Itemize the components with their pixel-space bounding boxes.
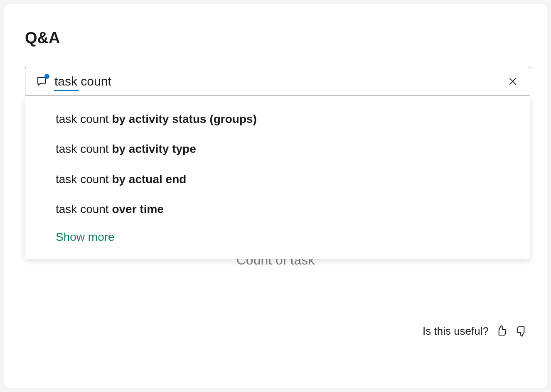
suggestion-prefix: task count — [56, 173, 112, 186]
suggestion-item[interactable]: task count by activity status (groups) — [25, 104, 530, 134]
notification-dot-icon — [44, 74, 49, 79]
show-more-link[interactable]: Show more — [25, 225, 530, 247]
suggestion-bold: by activity status (groups) — [112, 113, 257, 125]
thumbs-up-icon — [495, 325, 508, 337]
suggestion-prefix: task count — [56, 113, 112, 125]
suggestion-item[interactable]: task count over time — [25, 194, 530, 224]
thumbs-down-button[interactable] — [514, 324, 529, 338]
qna-input[interactable] — [54, 74, 506, 88]
qna-card: Q&A task count by activity status (group… — [4, 4, 547, 388]
feedback-prompt: Is this useful? — [423, 325, 489, 338]
suggestion-bold: over time — [112, 203, 164, 216]
search-box[interactable] — [25, 67, 530, 96]
feedback-bar: Is this useful? — [423, 324, 529, 338]
suggestion-bold: by activity type — [112, 142, 196, 155]
suggestions-dropdown: task count by activity status (groups) t… — [25, 96, 530, 259]
thumbs-down-icon — [515, 325, 528, 337]
suggestion-prefix: task count — [56, 203, 112, 216]
suggestion-bold: by actual end — [112, 173, 186, 186]
suggestion-prefix: task count — [56, 142, 112, 155]
suggestion-item[interactable]: task count by actual end — [25, 164, 530, 194]
chat-icon — [35, 76, 48, 87]
clear-button[interactable] — [506, 74, 520, 88]
page-title: Q&A — [25, 29, 530, 47]
search-wrapper: task count by activity status (groups) t… — [25, 67, 530, 96]
close-icon — [507, 76, 518, 87]
thumbs-up-button[interactable] — [494, 324, 509, 338]
suggestion-item[interactable]: task count by activity type — [25, 134, 530, 164]
term-underline — [54, 90, 79, 91]
